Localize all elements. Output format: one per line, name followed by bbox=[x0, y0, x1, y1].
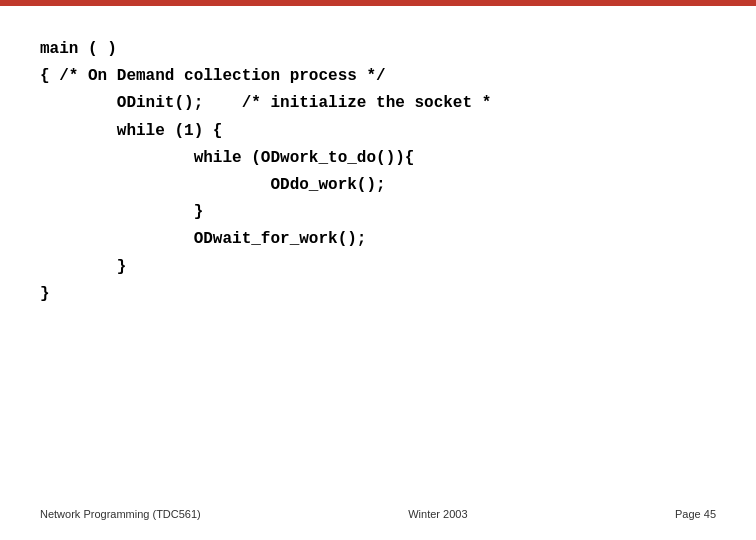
footer-course: Network Programming (TDC561) bbox=[40, 508, 201, 520]
code-line-2: { /* On Demand collection process */ bbox=[40, 63, 716, 90]
footer-date: Winter 2003 bbox=[408, 508, 467, 520]
code-line-4: while (1) { bbox=[40, 118, 716, 145]
slide-container: main ( ) { /* On Demand collection proce… bbox=[0, 6, 756, 540]
main-content: main ( ) { /* On Demand collection proce… bbox=[40, 36, 716, 498]
code-line-9: } bbox=[40, 254, 716, 281]
code-line-10: } bbox=[40, 281, 716, 308]
code-line-5: while (ODwork_to_do()){ bbox=[40, 145, 716, 172]
code-block: main ( ) { /* On Demand collection proce… bbox=[40, 36, 716, 308]
code-line-8: ODwait_for_work(); bbox=[40, 226, 716, 253]
code-line-6: ODdo_work(); bbox=[40, 172, 716, 199]
footer-page: Page 45 bbox=[675, 508, 716, 520]
code-line-7: } bbox=[40, 199, 716, 226]
footer: Network Programming (TDC561) Winter 2003… bbox=[40, 498, 716, 520]
code-line-3: ODinit(); /* initialize the socket * bbox=[40, 90, 716, 117]
code-line-1: main ( ) bbox=[40, 36, 716, 63]
